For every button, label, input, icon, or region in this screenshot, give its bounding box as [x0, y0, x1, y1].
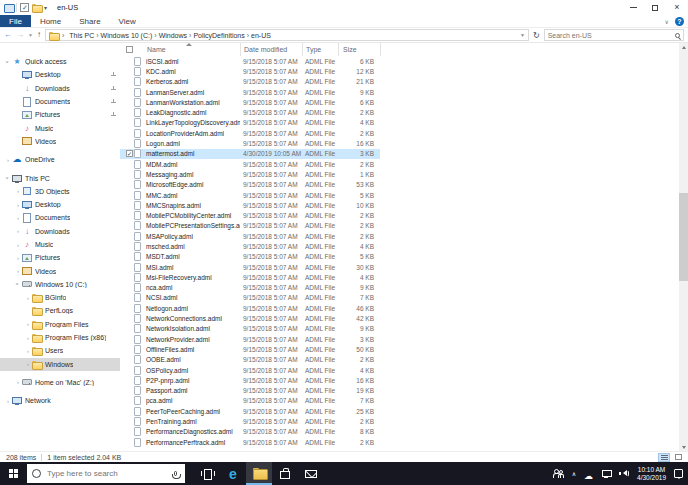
qat-dropdown-icon[interactable]: ▾	[44, 4, 47, 11]
sidebar-item-desktop[interactable]: Desktop	[0, 68, 120, 81]
chevron-down-icon[interactable]	[4, 58, 12, 66]
sidebar-item-bginfo[interactable]: BGinfo	[0, 291, 120, 304]
chevron-right-icon[interactable]	[4, 397, 12, 405]
column-header-size[interactable]: Size	[338, 43, 380, 56]
file-row-messaging-adml[interactable]: Messaging.adml9/15/2018 5:07 AMADML File…	[120, 169, 380, 179]
people-icon[interactable]	[553, 469, 564, 478]
address-dropdown-icon[interactable]: ▼	[520, 32, 525, 38]
file-explorer-button[interactable]	[246, 462, 272, 485]
file-row-msi-filerecovery-adml[interactable]: Msi-FileRecovery.adml9/15/2018 5:07 AMAD…	[120, 272, 380, 282]
sidebar-item-videos[interactable]: Videos	[0, 135, 120, 148]
onedrive-tray-icon[interactable]	[584, 465, 593, 483]
sidebar-item-this-pc[interactable]: This PC	[0, 171, 120, 184]
file-row-offlinefiles-adml[interactable]: OfflineFiles.adml9/15/2018 5:07 AMADML F…	[120, 344, 380, 354]
chevron-down-icon[interactable]	[4, 174, 12, 182]
sidebar-item-desktop[interactable]: Desktop	[0, 198, 120, 211]
taskbar-search[interactable]	[27, 464, 185, 483]
volume-tray-icon[interactable]	[619, 469, 629, 478]
file-row-iscsi-adml[interactable]: iSCSI.adml9/15/2018 5:07 AMADML File6 KB	[120, 56, 380, 66]
file-row-mmc-adml[interactable]: MMC.adml9/15/2018 5:07 AMADML File5 KB	[120, 190, 380, 200]
edge-button[interactable]: e	[220, 462, 246, 485]
tab-share[interactable]: Share	[70, 15, 109, 27]
recent-locations-dropdown-icon[interactable]: ▼	[28, 30, 33, 40]
breadcrumb-item-windows-10-c[interactable]: Windows 10 (C:)	[100, 32, 154, 39]
file-row-mattermost-adml[interactable]: mattermost.adml4/30/2019 10:05 AMADML Fi…	[120, 149, 380, 159]
up-button[interactable]: ↑	[37, 30, 41, 40]
address-bar[interactable]: › This PC›Windows 10 (C:)›Windows›Policy…	[45, 29, 529, 41]
file-row-msched-adml[interactable]: msched.adml9/15/2018 5:07 AMADML File4 K…	[120, 241, 380, 251]
chevron-down-icon[interactable]	[14, 280, 22, 288]
sidebar-item-downloads[interactable]: Downloads	[0, 82, 120, 95]
header-checkbox[interactable]	[126, 46, 133, 53]
chevron-right-icon[interactable]	[14, 227, 22, 235]
sidebar-item-quick-access[interactable]: Quick access	[0, 55, 120, 68]
task-view-button[interactable]	[194, 462, 220, 485]
file-row-networkprovider-adml[interactable]: NetworkProvider.adml9/15/2018 5:07 AMADM…	[120, 334, 380, 344]
microphone-icon[interactable]	[174, 471, 177, 476]
mail-button[interactable]	[298, 462, 324, 485]
file-row-mdm-adml[interactable]: MDM.adml9/15/2018 5:07 AMADML File2 KB	[120, 159, 380, 169]
file-row-networkconnections-adml[interactable]: NetworkConnections.adml9/15/2018 5:07 AM…	[120, 313, 380, 323]
file-row-pentraining-adml[interactable]: PenTraining.adml9/15/2018 5:07 AMADML Fi…	[120, 416, 380, 426]
forward-button[interactable]: →	[16, 30, 24, 40]
file-checkbox[interactable]	[126, 150, 133, 157]
file-row-netlogon-adml[interactable]: Netlogon.adml9/15/2018 5:07 AMADML File4…	[120, 303, 380, 313]
file-row-lanmanserver-adml[interactable]: LanmanServer.adml9/15/2018 5:07 AMADML F…	[120, 87, 380, 97]
file-row-kerberos-adml[interactable]: Kerberos.adml9/15/2018 5:07 AMADML File2…	[120, 77, 380, 87]
sidebar-item-pictures[interactable]: Pictures	[0, 251, 120, 264]
icons-view-button[interactable]	[672, 453, 684, 462]
file-row-linklayertopologydiscovery-adml[interactable]: LinkLayerTopologyDiscovery.adml9/15/2018…	[120, 118, 380, 128]
tray-clock[interactable]: 10:10 AM 4/30/2019	[637, 466, 666, 481]
file-row-msdt-adml[interactable]: MSDT.adml9/15/2018 5:07 AMADML File5 KB	[120, 252, 380, 262]
chevron-right-icon[interactable]	[14, 267, 22, 275]
tray-expand-icon[interactable]: ∧	[572, 470, 576, 477]
scrollbar-thumb[interactable]	[679, 193, 688, 281]
search-input[interactable]	[548, 32, 673, 39]
file-row-networkisolation-adml[interactable]: NetworkIsolation.adml9/15/2018 5:07 AMAD…	[120, 324, 380, 334]
sidebar-item-network[interactable]: Network	[0, 394, 120, 407]
sidebar-item-onedrive[interactable]: OneDrive	[0, 153, 120, 166]
back-button[interactable]: ←	[4, 30, 12, 40]
properties-qat-icon[interactable]	[20, 3, 29, 12]
file-row-performanceperftrack-adml[interactable]: PerformancePerftrack.adml9/15/2018 5:07 …	[120, 437, 380, 447]
chevron-right-icon[interactable]	[24, 294, 32, 302]
breadcrumb-item-en-us[interactable]: en-US	[250, 32, 272, 39]
sidebar-item-perflogs[interactable]: PerfLogs	[0, 304, 120, 317]
breadcrumb-item-windows[interactable]: Windows	[158, 32, 188, 39]
chevron-right-icon[interactable]	[4, 156, 12, 164]
action-center-icon[interactable]	[674, 469, 683, 478]
scroll-up-button[interactable]	[679, 43, 688, 51]
vertical-scrollbar[interactable]	[679, 43, 688, 451]
sidebar-item-music[interactable]: Music	[0, 238, 120, 251]
file-row-logon-adml[interactable]: Logon.adml9/15/2018 5:07 AMADML File16 K…	[120, 138, 380, 148]
tab-view[interactable]: View	[110, 15, 145, 27]
sidebar-item-users[interactable]: Users	[0, 344, 120, 357]
new-folder-qat-icon[interactable]	[32, 3, 41, 12]
tab-home[interactable]: Home	[31, 15, 70, 27]
chevron-right-icon[interactable]	[14, 214, 22, 222]
column-header-type[interactable]: Type	[302, 43, 338, 56]
sidebar-item-windows-10-c[interactable]: Windows 10 (C:)	[0, 278, 120, 291]
sidebar-item-pictures[interactable]: Pictures	[0, 108, 120, 121]
sidebar-item-3d-objects[interactable]: 3D Objects	[0, 185, 120, 198]
scroll-down-button[interactable]	[679, 443, 688, 451]
maximize-button[interactable]	[644, 0, 666, 15]
file-row-ncsi-adml[interactable]: NCSI.adml9/15/2018 5:07 AMADML File7 KB	[120, 293, 380, 303]
file-row-leakdiagnostic-adml[interactable]: LeakDiagnostic.adml9/15/2018 5:07 AMADML…	[120, 107, 380, 117]
chevron-right-icon[interactable]	[14, 241, 22, 249]
breadcrumb-item-policydefinitions[interactable]: PolicyDefinitions	[192, 32, 245, 39]
file-row-mobilepcpresentationsettings-adml[interactable]: MobilePCPresentationSettings.adml9/15/20…	[120, 221, 380, 231]
search-box[interactable]	[544, 29, 684, 41]
chevron-right-icon[interactable]	[24, 360, 32, 368]
refresh-button[interactable]: ↻	[533, 31, 540, 40]
chevron-right-icon[interactable]	[24, 334, 32, 342]
file-row-nca-adml[interactable]: nca.adml9/15/2018 5:07 AMADML File9 KB	[120, 283, 380, 293]
sidebar-item-downloads[interactable]: Downloads	[0, 225, 120, 238]
chevron-right-icon[interactable]	[24, 347, 32, 355]
sidebar-item-home-on-mac-z[interactable]: Home on 'Mac' (Z:)	[0, 376, 120, 389]
file-row-locationprovideradm-adml[interactable]: LocationProviderAdm.adml9/15/2018 5:07 A…	[120, 128, 380, 138]
tab-file[interactable]: File	[0, 15, 31, 27]
chevron-right-icon[interactable]	[14, 254, 22, 262]
sidebar-item-music[interactable]: Music	[0, 121, 120, 134]
file-row-performancediagnostics-adml[interactable]: PerformanceDiagnostics.adml9/15/2018 5:0…	[120, 427, 380, 437]
